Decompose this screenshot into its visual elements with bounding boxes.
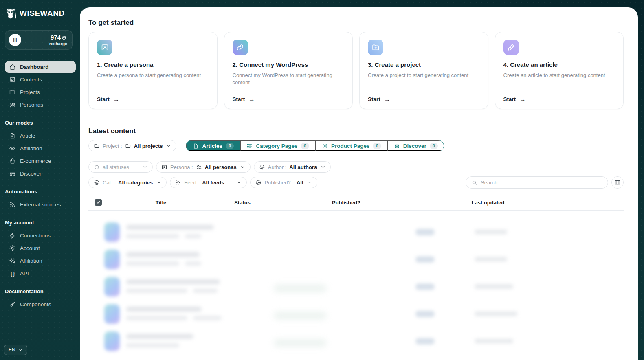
column-header-published: Published? — [332, 199, 360, 205]
content-type-tabs: Articles0Category Pages0Product Pages0Di… — [186, 140, 444, 151]
project-filter[interactable]: Project : All projects — [88, 140, 176, 151]
filter-row-3: Cat. : All categories Feed : All feeds P… — [88, 176, 624, 189]
sidebar-item-api[interactable]: { }API — [5, 268, 76, 279]
row-blurred-status — [274, 339, 327, 347]
start-label: Start — [503, 96, 516, 102]
table-row[interactable] — [88, 274, 624, 301]
chevron-down-icon — [166, 143, 171, 148]
sidebar-item-account[interactable]: Account — [5, 242, 76, 254]
sidebar-item-article[interactable]: Article — [5, 130, 76, 142]
tab-category-pages[interactable]: Category Pages0 — [240, 140, 315, 151]
start-link[interactable]: Start→ — [97, 96, 209, 102]
start-link[interactable]: Start→ — [233, 96, 345, 102]
status-filter[interactable]: all statuses — [88, 161, 153, 173]
start-label: Start — [97, 96, 110, 102]
gear-icon — [9, 245, 16, 252]
published-filter-label: Published? : — [264, 180, 294, 186]
sidebar-item-e-commerce[interactable]: E-commerce — [5, 155, 76, 167]
published-filter-value: All — [297, 180, 303, 186]
tab-count-badge: 0 — [301, 143, 309, 149]
row-blurred-subtitle — [126, 343, 179, 347]
folder-icon — [9, 89, 16, 96]
sidebar-item-connections[interactable]: Connections — [5, 230, 76, 241]
filter-row-2: all statuses Persona : All personas Auth… — [88, 161, 624, 173]
contents-icon — [9, 76, 16, 83]
project-filter-label: Project : — [103, 143, 122, 149]
sidebar-item-personas[interactable]: Personas — [5, 99, 76, 111]
folder-icon — [125, 143, 131, 149]
get-started-card: 2. Connect my WordPressConnect my WordPr… — [224, 32, 353, 109]
card-description: Create an article to start generating co… — [503, 72, 613, 79]
published-filter[interactable]: Published? : All — [250, 177, 317, 188]
row-blurred-badge — [415, 256, 435, 263]
category-icon — [246, 143, 253, 149]
credits-amount: 974 — [51, 34, 61, 41]
columns-toggle-button[interactable] — [611, 176, 624, 189]
row-blurred-status — [274, 285, 327, 292]
sidebar-item-components[interactable]: Components — [5, 299, 76, 310]
sidebar: WISEWAND H 974 recharge DashboardContent… — [0, 0, 80, 360]
pen-nib-icon — [507, 43, 515, 52]
row-blurred-subtitle — [126, 289, 187, 293]
persona-badge-icon — [161, 164, 167, 170]
start-link[interactable]: Start→ — [503, 96, 615, 102]
persona-filter-label: Persona : — [170, 164, 193, 170]
arrow-right-icon: → — [248, 96, 255, 102]
sidebar-item-label: Account — [20, 245, 40, 251]
credits-card[interactable]: H 974 recharge — [5, 30, 73, 50]
tab-label: Product Pages — [331, 143, 370, 149]
sidebar-item-external-sources[interactable]: External sources — [5, 199, 76, 211]
table-row[interactable] — [88, 247, 624, 274]
table-row[interactable] — [88, 301, 624, 329]
search-input[interactable] — [481, 180, 602, 186]
filter-row-1: Project : All projects Articles0Category… — [88, 140, 624, 151]
tab-articles[interactable]: Articles0 — [186, 140, 240, 151]
row-blurred-title — [126, 225, 214, 230]
sidebar-item-label: Affiliation — [20, 145, 42, 151]
article-icon — [193, 143, 199, 149]
tab-discover[interactable]: Discover0 — [387, 140, 444, 151]
row-blurred-title — [126, 307, 202, 312]
language-selector[interactable]: EN — [4, 345, 27, 355]
sidebar-item-projects[interactable]: Projects — [5, 86, 76, 98]
tab-product-pages[interactable]: Product Pages0 — [315, 140, 387, 151]
tab-label: Discover — [403, 143, 426, 149]
column-header-title: Title — [156, 199, 167, 205]
chevron-down-icon — [240, 165, 245, 169]
brush-icon — [9, 301, 16, 308]
check-icon — [96, 200, 101, 204]
binoculars-icon — [394, 143, 400, 149]
wordpress-icon — [259, 164, 265, 170]
card-icon-wrap — [503, 40, 519, 55]
start-link[interactable]: Start→ — [368, 96, 480, 102]
select-all-checkbox[interactable] — [95, 199, 102, 206]
sidebar-item-affiliation[interactable]: Affiliation — [5, 255, 76, 267]
table-row[interactable] — [88, 220, 624, 247]
author-filter[interactable]: Author : All authors — [254, 161, 331, 173]
card-title: 2. Connect my WordPress — [233, 61, 345, 68]
sidebar-item-affiliation[interactable]: Affiliation — [5, 143, 76, 154]
sparkles-icon — [9, 257, 16, 264]
row-blurred-title — [126, 334, 193, 339]
persona-filter[interactable]: Persona : All personas — [156, 161, 251, 173]
category-filter[interactable]: Cat. : All categories — [88, 177, 167, 188]
sidebar-item-discover[interactable]: Discover — [5, 168, 76, 180]
row-blurred-subtitle — [185, 234, 201, 238]
row-blurred-subtitle — [185, 261, 201, 266]
table-row[interactable] — [88, 329, 624, 356]
main-panel: To get started 1. Create a personaCreate… — [80, 7, 638, 360]
recharge-link[interactable]: recharge — [49, 41, 67, 46]
app-logo[interactable]: WISEWAND — [5, 7, 76, 20]
row-blurred-subtitle — [193, 316, 222, 320]
sidebar-item-contents[interactable]: Contents — [5, 74, 76, 86]
search-icon — [471, 180, 477, 186]
feed-filter[interactable]: Feed : All feeds — [170, 177, 247, 188]
row-blurred-date — [475, 284, 513, 289]
coin-icon — [62, 35, 67, 40]
arrow-right-icon: → — [384, 96, 390, 102]
chevron-down-icon — [18, 348, 23, 352]
persona-filter-value: All personas — [205, 164, 237, 170]
sidebar-item-dashboard[interactable]: Dashboard — [5, 61, 76, 73]
table-header: Title Status Published? Last updated — [88, 194, 624, 211]
sidebar-item-label: Projects — [20, 89, 40, 95]
